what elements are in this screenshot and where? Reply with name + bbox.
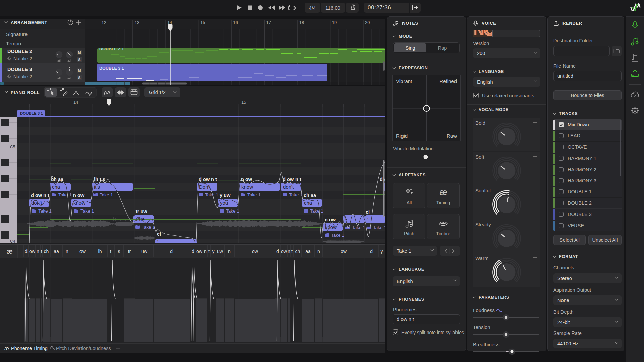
svg-text:Take 1: Take 1 [352, 225, 365, 230]
svg-text:Steady: Steady [475, 222, 491, 227]
svg-text:know: know [73, 200, 85, 206]
svg-text:ih t s: ih t s [94, 177, 105, 182]
svg-text:d: d [276, 249, 279, 254]
svg-text:y: y [381, 249, 383, 254]
svg-text:y uw: y uw [220, 193, 231, 198]
svg-text:æ: æ [439, 188, 447, 197]
svg-text:ow: ow [29, 249, 36, 254]
svg-text:aa: aa [54, 249, 59, 254]
svg-text:ow: ow [341, 249, 347, 254]
svg-text:cl: cl [157, 231, 161, 237]
svg-text:ow: ow [252, 249, 258, 254]
svg-text:d ow n t: d ow n t [31, 193, 49, 198]
svg-text:': ' [367, 216, 368, 222]
svg-text:n: n [228, 249, 231, 254]
svg-text:C4: C4 [10, 239, 15, 244]
svg-text:n: n [288, 249, 290, 254]
svg-text:Soft: Soft [475, 154, 485, 160]
svg-text:y: y [212, 249, 215, 254]
svg-text:16: 16 [233, 20, 238, 25]
svg-text:Natalie 2: Natalie 2 [13, 74, 32, 79]
svg-text:15: 15 [200, 20, 205, 25]
svg-text:Warm: Warm [475, 255, 488, 261]
svg-text:C5: C5 [10, 145, 15, 149]
svg-text:d: d [25, 249, 28, 254]
svg-text:DOUBLE 3: DOUBLE 3 [7, 67, 32, 72]
svg-text:17: 17 [266, 20, 271, 25]
svg-text:s: s [118, 249, 120, 254]
svg-text:you: you [220, 200, 228, 206]
svg-text:M: M [78, 50, 81, 54]
svg-text:15: 15 [241, 100, 246, 105]
svg-text:Raw: Raw [447, 133, 457, 139]
svg-text:t: t [41, 249, 42, 254]
svg-text:Pitch Deviation/Loudness: Pitch Deviation/Loudness [56, 346, 111, 351]
svg-text:n ow: n ow [241, 177, 252, 182]
svg-text:Vibrant: Vibrant [396, 78, 412, 84]
svg-text:M: M [78, 68, 81, 72]
svg-text:n: n [204, 249, 207, 254]
svg-text:Soulful: Soulful [475, 188, 491, 193]
svg-text:Take 1: Take 1 [100, 192, 113, 197]
svg-text:n ow: n ow [325, 217, 336, 222]
svg-text:PIANO ROLL: PIANO ROLL [11, 90, 40, 95]
svg-text:know: know [241, 184, 253, 190]
svg-text:ow: ow [281, 249, 287, 254]
svg-text:Phoneme Timing: Phoneme Timing [11, 346, 48, 351]
svg-text:t: t [291, 249, 293, 254]
svg-text:Bold: Bold [475, 120, 485, 126]
svg-text:18: 18 [299, 20, 304, 25]
svg-text:cl: cl [366, 209, 370, 215]
svg-text:DOUBLE 3 1: DOUBLE 3 1 [20, 111, 43, 115]
svg-text:Grid 1/2: Grid 1/2 [149, 89, 166, 95]
svg-text:Natalie 2: Natalie 2 [13, 56, 32, 61]
svg-text:don't: don't [283, 184, 294, 190]
svg-text:ARRANGEMENT: ARRANGEMENT [11, 20, 47, 25]
svg-text:Refined: Refined [439, 78, 457, 84]
svg-text:d ow n t: d ow n t [199, 177, 217, 182]
svg-text:S: S [78, 58, 80, 62]
svg-text:12: 12 [102, 20, 106, 25]
svg-text:ch: ch [295, 249, 300, 254]
svg-text:æ: æ [4, 346, 9, 351]
svg-text:20: 20 [365, 20, 370, 25]
svg-text:Take 1: Take 1 [142, 225, 155, 230]
svg-text:cl: cl [370, 249, 373, 254]
svg-text:d ow n t: d ow n t [283, 177, 301, 182]
svg-text:19: 19 [332, 20, 337, 25]
svg-text:DOUBLE 3 1: DOUBLE 3 1 [99, 66, 124, 71]
svg-text:n: n [37, 249, 39, 254]
svg-text:n ow: n ow [73, 193, 85, 198]
svg-text:Rigid: Rigid [396, 133, 408, 139]
svg-text:Signature: Signature [6, 31, 28, 37]
svg-text:ch: ch [44, 249, 49, 254]
svg-text:tr uw: tr uw [136, 209, 147, 214]
svg-text:ow: ow [196, 249, 203, 254]
svg-text:Take 1: Take 1 [226, 208, 239, 214]
svg-text:t: t [110, 249, 111, 254]
svg-text:S: S [78, 76, 80, 80]
svg-text:uw: uw [141, 249, 148, 254]
svg-text:Take 1: Take 1 [247, 192, 261, 197]
svg-text:uw: uw [217, 249, 223, 254]
svg-text:DOUBLE 2: DOUBLE 2 [7, 49, 32, 54]
svg-text:Take 1: Take 1 [331, 233, 344, 238]
svg-text:Take 1: Take 1 [38, 208, 52, 214]
svg-text:Take 1: Take 1 [205, 192, 218, 197]
svg-text:tr: tr [128, 249, 131, 254]
svg-text:t: t [208, 249, 210, 254]
svg-text:Tempo: Tempo [6, 41, 21, 46]
svg-text:ih: ih [98, 249, 102, 254]
svg-text:n: n [317, 249, 320, 254]
svg-text:cha: cha [52, 184, 60, 190]
svg-text:aa: aa [305, 249, 311, 254]
svg-text:d: d [192, 249, 194, 254]
svg-text:Take 1: Take 1 [58, 192, 72, 197]
svg-text:Take 1: Take 1 [373, 225, 385, 230]
svg-text:cl: cl [170, 249, 173, 254]
svg-text:13: 13 [135, 20, 139, 25]
svg-text:cha: cha [304, 200, 312, 206]
svg-text:ow: ow [79, 249, 86, 254]
svg-text:æ: æ [7, 248, 13, 255]
svg-text:Take 1: Take 1 [80, 208, 94, 214]
